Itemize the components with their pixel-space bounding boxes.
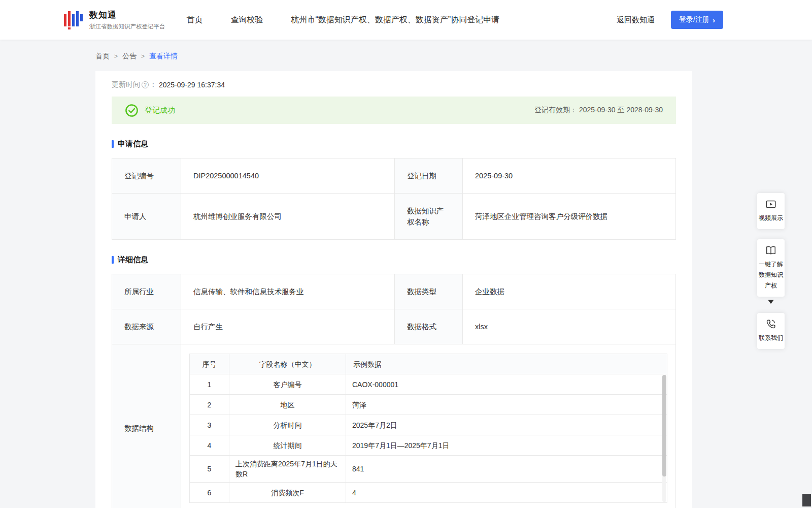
table-row: 3 分析时间 2025年7月2日 — [190, 415, 667, 435]
breadcrumb-current: 查看详情 — [149, 52, 178, 61]
data-structure-label: 数据结构 — [112, 344, 181, 508]
cell-value: 企业数据 — [463, 274, 676, 309]
cell-sample-data: 2025年7月2日 — [346, 415, 667, 435]
video-showcase-label: 视频展示 — [759, 213, 783, 224]
table-row: 数据来源 自行产生 数据格式 xlsx — [112, 309, 676, 344]
detail-card: 更新时间 ? ： 2025-09-29 16:37:34 登记成功 登记有效期：… — [95, 71, 692, 508]
update-time-label: 更新时间 — [112, 80, 140, 89]
cell-label: 数据格式 — [395, 309, 463, 344]
cell-value: 2025-09-30 — [463, 158, 676, 194]
cell-label: 数据类型 — [395, 274, 463, 309]
cell-label: 申请人 — [112, 194, 181, 240]
table-row: 申请人 杭州维博创业服务有限公司 数据知识产权名称 菏泽地区企业管理咨询客户分级… — [112, 194, 676, 240]
logo[interactable]: 数知通 浙江省数据知识产权登记平台 — [63, 9, 165, 30]
nav-item-hangzhou-registration[interactable]: 杭州市“数据知识产权、数据产权、数据资产”协同登记申请 — [291, 15, 500, 25]
update-time-colon: ： — [150, 80, 157, 89]
cell-value: 信息传输、软件和信息技术服务业 — [181, 274, 395, 309]
cell-sample-data: 841 — [346, 456, 667, 483]
logo-icon — [63, 10, 84, 29]
main-nav: 首页 查询校验 杭州市“数据知识产权、数据产权、数据资产”协同登记申请 — [187, 15, 500, 25]
cell-field-name: 地区 — [229, 395, 346, 415]
breadcrumb-separator: > — [141, 53, 145, 60]
cell-field-name: 分析时间 — [229, 415, 346, 435]
section-title-application: 申请信息 — [112, 139, 676, 149]
table-row: 2 地区 菏泽 — [190, 395, 667, 415]
table-row: 6 消费频次F 4 — [190, 483, 667, 503]
cell-index: 4 — [190, 435, 229, 456]
cell-field-name: 客户编号 — [229, 374, 346, 395]
learn-data-ip-label: 一键了解数据知识产权 — [759, 259, 783, 291]
panel-collapse-arrow[interactable] — [768, 300, 774, 307]
success-check-icon — [125, 104, 139, 117]
cell-sample-data: 菏泽 — [346, 395, 667, 415]
learn-data-ip-button[interactable]: 一键了解数据知识产权 — [757, 239, 785, 297]
cell-value: 杭州维博创业服务有限公司 — [181, 194, 395, 240]
table-row: 数据结构 序号 字段名称（中文） 示例数据 1 客户编号 CAOX-000 — [112, 344, 676, 508]
validity-label: 登记有效期： — [534, 106, 577, 114]
nav-item-query-verify[interactable]: 查询校验 — [231, 15, 263, 25]
update-time-row: 更新时间 ? ： 2025-09-29 16:37:34 — [112, 80, 676, 89]
cell-label: 所属行业 — [112, 274, 181, 309]
help-icon[interactable]: ? — [142, 81, 149, 88]
login-register-button[interactable]: 登录/注册 › — [671, 11, 723, 29]
cell-sample-data: 2019年7月1日—2025年7月1日 — [346, 435, 667, 456]
table-header-row: 序号 字段名称（中文） 示例数据 — [190, 354, 667, 374]
cell-index: 1 — [190, 374, 229, 395]
breadcrumb-announcements[interactable]: 公告 — [122, 52, 137, 61]
video-showcase-button[interactable]: 视频展示 — [757, 193, 785, 229]
breadcrumb-home[interactable]: 首页 — [95, 52, 110, 61]
logo-subtitle: 浙江省数据知识产权登记平台 — [89, 23, 165, 30]
section-title-detail: 详细信息 — [112, 255, 676, 265]
cell-index: 6 — [190, 483, 229, 503]
breadcrumb-separator: > — [114, 53, 118, 60]
cell-field-name: 统计期间 — [229, 435, 346, 456]
section-title-application-label: 申请信息 — [118, 139, 148, 149]
cell-index: 3 — [190, 415, 229, 435]
table-scrollbar-thumb[interactable] — [662, 375, 666, 477]
table-row: 1 客户编号 CAOX-000001 — [190, 374, 667, 395]
registration-success-banner: 登记成功 登记有效期： 2025-09-30 至 2028-09-30 — [112, 97, 676, 124]
nav-item-home[interactable]: 首页 — [187, 15, 203, 25]
contact-us-label: 联系我们 — [759, 333, 783, 343]
table-row: 所属行业 信息传输、软件和信息技术服务业 数据类型 企业数据 — [112, 274, 676, 309]
cell-label: 数据知识产权名称 — [395, 194, 463, 240]
top-navbar: 数知通 浙江省数据知识产权登记平台 首页 查询校验 杭州市“数据知识产权、数据产… — [0, 0, 812, 40]
section-title-bar — [112, 140, 114, 148]
data-structure-table: 序号 字段名称（中文） 示例数据 1 客户编号 CAOX-000001 2 地区 — [189, 354, 667, 503]
cell-value: DIP2025000014540 — [181, 158, 395, 194]
cell-sample-data: 4 — [346, 483, 667, 503]
table-row: 4 统计期间 2019年7月1日—2025年7月1日 — [190, 435, 667, 456]
table-row: 登记编号 DIP2025000014540 登记日期 2025-09-30 — [112, 158, 676, 194]
cell-value: 菏泽地区企业管理咨询客户分级评价数据 — [463, 194, 676, 240]
header-right: 返回数知通 登录/注册 › — [617, 11, 723, 29]
cell-index: 5 — [190, 456, 229, 483]
scroll-corner-button[interactable] — [802, 494, 811, 506]
video-icon — [765, 199, 776, 210]
phone-icon — [765, 319, 776, 330]
section-title-detail-label: 详细信息 — [118, 255, 148, 265]
logo-text: 数知通 浙江省数据知识产权登记平台 — [89, 9, 165, 30]
section-title-bar — [112, 256, 114, 264]
logo-title: 数知通 — [89, 9, 165, 21]
floating-side-panel: 视频展示 一键了解数据知识产权 联系我们 — [757, 193, 785, 349]
chevron-right-icon: › — [713, 16, 715, 24]
column-header-index: 序号 — [190, 354, 229, 374]
validity-value: 2025-09-30 至 2028-09-30 — [579, 106, 663, 114]
breadcrumb: 首页 > 公告 > 查看详情 — [0, 40, 812, 71]
column-header-sample-data: 示例数据 — [346, 354, 667, 374]
back-to-shuzhitong-link[interactable]: 返回数知通 — [617, 15, 655, 25]
table-row: 5 上次消费距离2025年7月1日的天数R 841 — [190, 456, 667, 483]
update-time-value: 2025-09-29 16:37:34 — [159, 81, 225, 89]
column-header-field-name: 字段名称（中文） — [229, 354, 346, 374]
cell-value: xlsx — [463, 309, 676, 344]
contact-us-button[interactable]: 联系我们 — [757, 313, 785, 349]
cell-label: 登记日期 — [395, 158, 463, 194]
table-scrollbar-track[interactable] — [662, 375, 666, 502]
login-register-label: 登录/注册 — [679, 15, 709, 24]
cell-label: 登记编号 — [112, 158, 181, 194]
cell-field-name: 消费频次F — [229, 483, 346, 503]
application-info-table: 登记编号 DIP2025000014540 登记日期 2025-09-30 申请… — [112, 158, 676, 240]
cell-sample-data: CAOX-000001 — [346, 374, 667, 395]
validity-period: 登记有效期： 2025-09-30 至 2028-09-30 — [534, 106, 663, 115]
data-structure-table-wrap: 序号 字段名称（中文） 示例数据 1 客户编号 CAOX-000001 2 地区 — [189, 354, 667, 503]
